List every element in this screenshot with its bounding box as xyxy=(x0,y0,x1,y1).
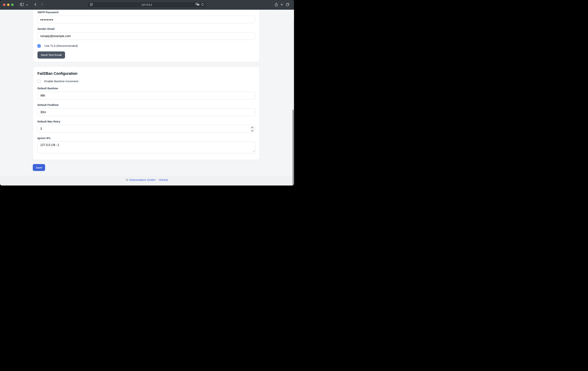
default-max-retry-label: Default Max Retry xyxy=(37,120,255,123)
github-link[interactable]: GitHub xyxy=(159,178,168,182)
address-bar[interactable]: 127.0.0.1 A 文 xyxy=(88,2,206,8)
stepper-up-icon xyxy=(251,125,253,129)
stepper-down-icon xyxy=(251,129,253,132)
save-button[interactable]: Save xyxy=(33,164,45,171)
bantime-increment-row: Enable Bantime Increment xyxy=(37,79,255,84)
page-content: SMTP Password Sender Email xyxy=(0,10,294,186)
use-tls-checkbox[interactable] xyxy=(37,44,41,48)
default-bantime-label: Default Bantime xyxy=(37,87,255,90)
default-max-retry-input[interactable] xyxy=(37,125,255,132)
reload-icon[interactable] xyxy=(201,3,204,7)
default-findtime-field-group: Default Findtime xyxy=(37,103,255,116)
number-stepper[interactable] xyxy=(251,127,254,131)
fail2ban-config-card: Fail2Ban Configuration Enable Bantime In… xyxy=(33,66,260,160)
smtp-settings-card: SMTP Password Sender Email xyxy=(33,10,260,62)
smtp-password-field-group: SMTP Password xyxy=(37,11,255,23)
bantime-increment-label: Enable Bantime Increment xyxy=(44,80,78,83)
forward-icon xyxy=(41,3,43,7)
default-max-retry-field-group: Default Max Retry xyxy=(37,120,255,132)
scrollbar-track xyxy=(292,19,294,186)
sender-email-field-group: Sender Email xyxy=(37,27,255,40)
minimize-window-button[interactable] xyxy=(7,3,10,6)
use-tls-label: Use TLS (Recommended) xyxy=(44,44,78,48)
new-tab-button[interactable] xyxy=(280,3,283,7)
share-icon xyxy=(275,3,278,7)
smtp-password-input[interactable] xyxy=(37,16,255,23)
default-bantime-field-group: Default Bantime xyxy=(37,87,255,99)
send-test-email-button[interactable]: Send Test Email xyxy=(37,52,65,59)
address-bar-actions: A 文 xyxy=(195,3,204,7)
ignore-ips-field-group: Ignore IPs 127.0.0.1/8 ::1 xyxy=(37,136,255,153)
back-icon xyxy=(34,3,36,7)
zoom-window-button[interactable] xyxy=(11,3,14,6)
tab-overview-icon xyxy=(286,3,289,7)
check-icon xyxy=(38,44,40,48)
fail2ban-card-title: Fail2Ban Configuration xyxy=(37,71,255,76)
toolbar-right-group xyxy=(272,2,292,8)
copyright-symbol: © xyxy=(126,178,128,182)
svg-text:A: A xyxy=(196,3,197,5)
ignore-ips-textarea[interactable]: 127.0.0.1/8 ::1 xyxy=(37,142,255,153)
company-link[interactable]: Swissmakers GmbH xyxy=(129,178,155,182)
nav-divider xyxy=(39,3,39,7)
window-controls xyxy=(3,3,14,6)
browser-toolbar: 127.0.0.1 A 文 xyxy=(0,0,294,10)
chevron-down-icon xyxy=(26,3,28,6)
page-footer: © Swissmakers GmbH - GitHub xyxy=(0,176,294,186)
svg-text:文: 文 xyxy=(198,4,199,5)
tab-overview-button[interactable] xyxy=(286,3,289,7)
default-findtime-input[interactable] xyxy=(37,108,255,116)
ignore-ips-label: Ignore IPs xyxy=(37,136,255,140)
scrollbar-thumb[interactable] xyxy=(293,110,294,186)
url-text[interactable]: 127.0.0.1 xyxy=(88,2,206,8)
sidebar-toggle-icon xyxy=(20,3,24,7)
navigation-button-group xyxy=(32,2,45,8)
sidebar-toggle-button[interactable] xyxy=(20,3,24,7)
back-button[interactable] xyxy=(34,3,36,7)
browser-window: 127.0.0.1 A 文 xyxy=(0,0,294,186)
footer-separator: - xyxy=(157,178,158,182)
default-findtime-label: Default Findtime xyxy=(37,103,255,107)
use-tls-row: Use TLS (Recommended) xyxy=(37,44,255,48)
translate-icon[interactable]: A 文 xyxy=(195,3,200,7)
sidebar-menu-chevron[interactable] xyxy=(26,3,28,6)
settings-form: SMTP Password Sender Email xyxy=(33,10,260,171)
new-tab-icon xyxy=(280,3,283,7)
sender-email-label: Sender Email xyxy=(37,27,255,31)
bantime-increment-checkbox[interactable] xyxy=(37,80,41,83)
smtp-password-label: SMTP Password xyxy=(37,11,255,14)
default-bantime-input[interactable] xyxy=(37,92,255,99)
share-button[interactable] xyxy=(275,3,278,7)
close-window-button[interactable] xyxy=(3,3,5,6)
forward-button[interactable] xyxy=(41,3,43,7)
sender-email-input[interactable] xyxy=(37,32,255,40)
sidebar-button-group xyxy=(18,2,30,8)
